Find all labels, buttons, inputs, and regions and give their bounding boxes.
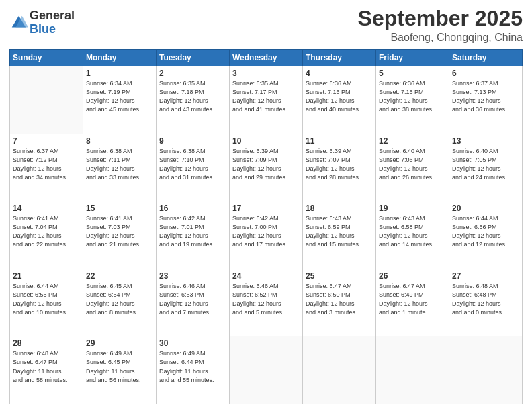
day-number: 20 [452, 203, 519, 213]
day-number: 11 [306, 136, 373, 146]
day-info: Sunrise: 6:41 AMSunset: 7:03 PMDaylight:… [86, 214, 153, 249]
day-number: 6 [452, 68, 519, 78]
calendar-cell [10, 66, 83, 134]
calendar-cell: 25Sunrise: 6:47 AMSunset: 6:50 PMDayligh… [303, 269, 376, 336]
day-number: 10 [232, 136, 300, 146]
calendar-cell: 21Sunrise: 6:44 AMSunset: 6:55 PMDayligh… [10, 269, 83, 336]
page: General Blue September 2025 Baofeng, Cho… [0, 0, 532, 411]
calendar-cell: 27Sunrise: 6:48 AMSunset: 6:48 PMDayligh… [449, 269, 523, 336]
calendar-cell: 17Sunrise: 6:42 AMSunset: 7:00 PMDayligh… [230, 201, 303, 269]
calendar-cell: 18Sunrise: 6:43 AMSunset: 6:59 PMDayligh… [303, 201, 376, 269]
logo-icon [9, 13, 28, 32]
calendar-header: SundayMondayTuesdayWednesdayThursdayFrid… [10, 50, 523, 66]
calendar-cell: 30Sunrise: 6:49 AMSunset: 6:44 PMDayligh… [157, 336, 230, 404]
calendar-cell: 6Sunrise: 6:37 AMSunset: 7:13 PMDaylight… [449, 66, 523, 134]
calendar-cell: 9Sunrise: 6:38 AMSunset: 7:10 PMDaylight… [157, 134, 230, 201]
day-number: 13 [452, 136, 519, 146]
day-info: Sunrise: 6:42 AMSunset: 7:00 PMDaylight:… [232, 214, 300, 249]
header: General Blue September 2025 Baofeng, Cho… [9, 7, 523, 44]
day-info: Sunrise: 6:48 AMSunset: 6:47 PMDaylight:… [13, 349, 80, 384]
calendar-cell: 8Sunrise: 6:38 AMSunset: 7:11 PMDaylight… [83, 134, 157, 201]
location-title: Baofeng, Chongqing, China [358, 32, 523, 44]
calendar-cell: 22Sunrise: 6:45 AMSunset: 6:54 PMDayligh… [83, 269, 157, 336]
day-number: 3 [232, 68, 300, 78]
weekday-header: Saturday [449, 50, 523, 66]
day-number: 4 [306, 68, 373, 78]
weekday-header: Monday [83, 50, 157, 66]
weekday-header: Wednesday [230, 50, 303, 66]
calendar-cell: 23Sunrise: 6:46 AMSunset: 6:53 PMDayligh… [157, 269, 230, 336]
calendar-week-row: 14Sunrise: 6:41 AMSunset: 7:04 PMDayligh… [10, 201, 523, 269]
logo-text: General Blue [30, 9, 75, 36]
day-number: 30 [159, 338, 226, 348]
day-number: 29 [86, 338, 153, 348]
month-title: September 2025 [358, 7, 523, 30]
calendar-cell: 1Sunrise: 6:34 AMSunset: 7:19 PMDaylight… [83, 66, 157, 134]
day-info: Sunrise: 6:37 AMSunset: 7:13 PMDaylight:… [452, 79, 519, 114]
day-info: Sunrise: 6:43 AMSunset: 6:58 PMDaylight:… [379, 214, 446, 249]
day-number: 17 [232, 203, 300, 213]
calendar-cell: 28Sunrise: 6:48 AMSunset: 6:47 PMDayligh… [10, 336, 83, 404]
day-info: Sunrise: 6:37 AMSunset: 7:12 PMDaylight:… [13, 147, 80, 182]
calendar-cell: 2Sunrise: 6:35 AMSunset: 7:18 PMDaylight… [157, 66, 230, 134]
day-info: Sunrise: 6:46 AMSunset: 6:52 PMDaylight:… [232, 282, 300, 317]
calendar-cell: 29Sunrise: 6:49 AMSunset: 6:45 PMDayligh… [83, 336, 157, 404]
day-info: Sunrise: 6:35 AMSunset: 7:17 PMDaylight:… [232, 79, 300, 114]
calendar-cell [230, 336, 303, 404]
day-info: Sunrise: 6:39 AMSunset: 7:07 PMDaylight:… [306, 147, 373, 182]
day-info: Sunrise: 6:49 AMSunset: 6:45 PMDaylight:… [86, 349, 153, 384]
day-number: 25 [306, 271, 373, 281]
day-number: 12 [379, 136, 446, 146]
calendar-week-row: 1Sunrise: 6:34 AMSunset: 7:19 PMDaylight… [10, 66, 523, 134]
day-info: Sunrise: 6:44 AMSunset: 6:56 PMDaylight:… [452, 214, 519, 249]
weekday-header: Sunday [10, 50, 83, 66]
day-info: Sunrise: 6:46 AMSunset: 6:53 PMDaylight:… [159, 282, 226, 317]
calendar-cell: 5Sunrise: 6:36 AMSunset: 7:15 PMDaylight… [376, 66, 449, 134]
calendar-week-row: 7Sunrise: 6:37 AMSunset: 7:12 PMDaylight… [10, 134, 523, 201]
day-number: 15 [86, 203, 153, 213]
day-info: Sunrise: 6:49 AMSunset: 6:44 PMDaylight:… [159, 349, 226, 384]
calendar-body: 1Sunrise: 6:34 AMSunset: 7:19 PMDaylight… [10, 66, 523, 404]
day-info: Sunrise: 6:47 AMSunset: 6:49 PMDaylight:… [379, 282, 446, 317]
day-info: Sunrise: 6:42 AMSunset: 7:01 PMDaylight:… [159, 214, 226, 249]
calendar-cell: 16Sunrise: 6:42 AMSunset: 7:01 PMDayligh… [157, 201, 230, 269]
day-number: 1 [86, 68, 153, 78]
calendar-cell: 12Sunrise: 6:40 AMSunset: 7:06 PMDayligh… [376, 134, 449, 201]
day-number: 5 [379, 68, 446, 78]
calendar-cell: 13Sunrise: 6:40 AMSunset: 7:05 PMDayligh… [449, 134, 523, 201]
calendar-cell: 11Sunrise: 6:39 AMSunset: 7:07 PMDayligh… [303, 134, 376, 201]
weekday-header: Friday [376, 50, 449, 66]
day-info: Sunrise: 6:45 AMSunset: 6:54 PMDaylight:… [86, 282, 153, 317]
calendar-week-row: 28Sunrise: 6:48 AMSunset: 6:47 PMDayligh… [10, 336, 523, 404]
day-number: 22 [86, 271, 153, 281]
day-info: Sunrise: 6:43 AMSunset: 6:59 PMDaylight:… [306, 214, 373, 249]
calendar-table: SundayMondayTuesdayWednesdayThursdayFrid… [9, 49, 523, 404]
calendar-cell [449, 336, 523, 404]
calendar-cell: 26Sunrise: 6:47 AMSunset: 6:49 PMDayligh… [376, 269, 449, 336]
calendar-cell: 4Sunrise: 6:36 AMSunset: 7:16 PMDaylight… [303, 66, 376, 134]
day-number: 14 [13, 203, 80, 213]
calendar-cell: 15Sunrise: 6:41 AMSunset: 7:03 PMDayligh… [83, 201, 157, 269]
day-info: Sunrise: 6:36 AMSunset: 7:15 PMDaylight:… [379, 79, 446, 114]
day-number: 18 [306, 203, 373, 213]
day-number: 16 [159, 203, 226, 213]
logo-general: General [30, 9, 75, 23]
day-info: Sunrise: 6:41 AMSunset: 7:04 PMDaylight:… [13, 214, 80, 249]
day-info: Sunrise: 6:35 AMSunset: 7:18 PMDaylight:… [159, 79, 226, 114]
calendar-cell: 10Sunrise: 6:39 AMSunset: 7:09 PMDayligh… [230, 134, 303, 201]
calendar-cell: 20Sunrise: 6:44 AMSunset: 6:56 PMDayligh… [449, 201, 523, 269]
day-number: 8 [86, 136, 153, 146]
day-info: Sunrise: 6:44 AMSunset: 6:55 PMDaylight:… [13, 282, 80, 317]
day-info: Sunrise: 6:36 AMSunset: 7:16 PMDaylight:… [306, 79, 373, 114]
day-info: Sunrise: 6:38 AMSunset: 7:11 PMDaylight:… [86, 147, 153, 182]
logo-blue: Blue [30, 23, 75, 36]
calendar-cell: 24Sunrise: 6:46 AMSunset: 6:52 PMDayligh… [230, 269, 303, 336]
day-number: 28 [13, 338, 80, 348]
calendar-cell: 3Sunrise: 6:35 AMSunset: 7:17 PMDaylight… [230, 66, 303, 134]
day-number: 9 [159, 136, 226, 146]
day-number: 27 [452, 271, 519, 281]
calendar-cell: 19Sunrise: 6:43 AMSunset: 6:58 PMDayligh… [376, 201, 449, 269]
day-number: 2 [159, 68, 226, 78]
day-number: 19 [379, 203, 446, 213]
calendar-cell: 14Sunrise: 6:41 AMSunset: 7:04 PMDayligh… [10, 201, 83, 269]
